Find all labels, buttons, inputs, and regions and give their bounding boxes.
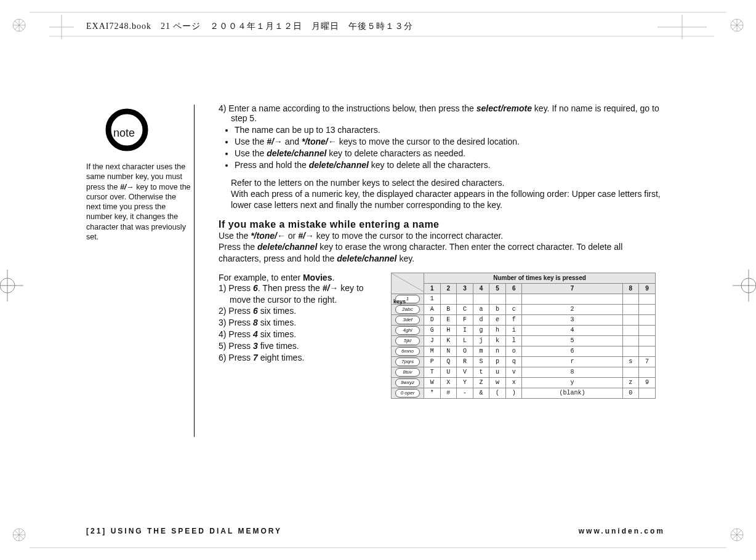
mistake-heading: If you make a mistake while entering a n…: [219, 219, 662, 230]
example-steps: For example, to enter Movies. 1) Press 6…: [219, 273, 385, 364]
table-row: 7pqrsPQRSpqrs7: [392, 356, 656, 367]
table-row: 4ghiGHIghi4: [392, 325, 656, 335]
table-row: 6mnoMNOmno6: [392, 346, 656, 356]
crop-radial-top-left: [11, 17, 27, 33]
mistake-body: Use the */tone/← or #/→ key to move the …: [219, 230, 662, 264]
table-row: 5jklJKLjkl5: [392, 335, 656, 346]
bullet-2: Use the #/→ and */tone/← keys to move th…: [235, 136, 662, 148]
bullet-3: Use the delete/channel key to delete cha…: [235, 148, 662, 159]
note-badge-label: note: [113, 127, 218, 140]
column-divider: [194, 105, 195, 437]
crop-radial-top-right: [729, 17, 745, 33]
crop-radial-bottom-left: [11, 527, 27, 543]
table-row: 2abcABCabc2: [392, 304, 656, 314]
note-body: If the next character uses the same numb…: [86, 162, 191, 242]
step-4-bullets: The name can be up to 13 characters. Use…: [235, 124, 662, 171]
crop-radial-bottom-right: [729, 527, 745, 543]
crop-line-top: [0, 11, 756, 14]
table-header-span: Number of times key is pressed: [424, 273, 656, 283]
table-row: 11: [392, 294, 656, 304]
meta-line-rule: [49, 36, 714, 37]
crosshair-left: [0, 270, 23, 302]
crop-line-bottom: [0, 546, 756, 549]
table-row: 9wxyzWXYZwxyz9: [392, 377, 656, 388]
bullet-4: Press and hold the delete/channel key to…: [235, 159, 662, 171]
footer-right: www.uniden.com: [579, 527, 665, 535]
footer-left: [21] USING THE SPEED DIAL MEMORY: [86, 527, 282, 535]
table-header-row: keys 123456789: [392, 283, 656, 294]
table-row: 8tuvTUVtuv8: [392, 367, 656, 377]
explain-para: Refer to the letters on the number keys …: [231, 177, 662, 211]
bullet-1: The name can be up to 13 characters.: [235, 124, 662, 136]
main-content: 4) Enter a name according to the instruc…: [219, 103, 662, 399]
character-table: Number of times key is pressed keys 1234…: [391, 273, 656, 399]
sidebar-note: note If the next character uses the same…: [86, 108, 191, 242]
crosshair-right: [733, 270, 756, 302]
table-row: 3defDEFdef3: [392, 314, 656, 325]
svg-line-34: [392, 273, 424, 292]
step-4: 4) Enter a name according to the instruc…: [219, 103, 662, 123]
table-row: 0 oper*#-&()(blank)0: [392, 388, 656, 398]
source-file-meta: EXAI7248.book 21 ページ ２００４年１月１２日 月曜日 午後５時…: [86, 21, 413, 32]
